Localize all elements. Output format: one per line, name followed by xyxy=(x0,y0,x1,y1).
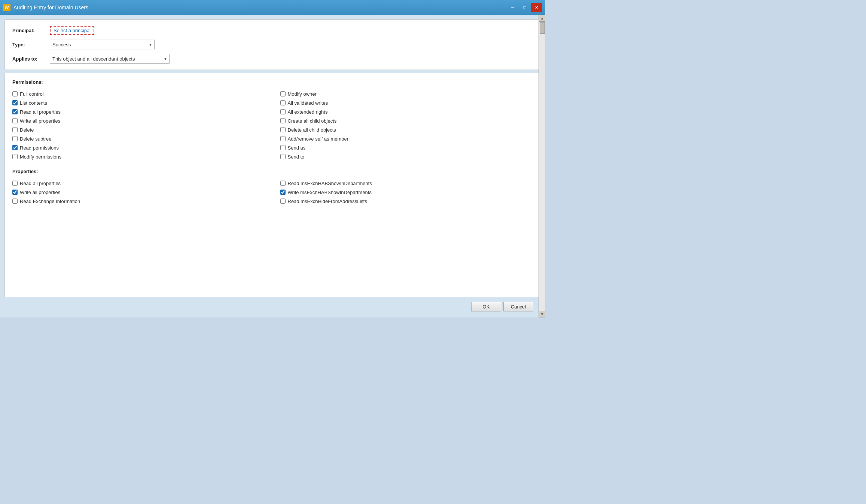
title-bar-left: W Auditing Entry for Domain Users xyxy=(3,4,88,11)
prop-read-msexch-hide-checkbox[interactable] xyxy=(280,199,286,204)
type-dropdown-wrapper: Success Failure All ▼ xyxy=(50,40,155,49)
close-button[interactable]: ✕ xyxy=(531,3,542,12)
read-permissions-checkbox[interactable] xyxy=(12,145,18,150)
scrollbar-up-button[interactable]: ▲ xyxy=(539,15,546,22)
prop-write-msexch-hab: Write msExchHABShowInDepartments xyxy=(280,188,533,197)
applies-to-label: Applies to: xyxy=(12,56,50,62)
prop-read-msexch-hab-label[interactable]: Read msExchHABShowInDepartments xyxy=(288,181,372,186)
title-bar-controls: ─ □ ✕ xyxy=(507,3,542,12)
send-to-checkbox[interactable] xyxy=(280,154,286,159)
type-row: Type: Success Failure All ▼ xyxy=(12,40,533,49)
perm-read-all-props: Read all properties xyxy=(12,107,265,116)
perm-delete: Delete xyxy=(12,125,265,134)
permissions-section-label: Permissions: xyxy=(12,79,533,85)
title-bar: W Auditing Entry for Domain Users ─ □ ✕ xyxy=(0,0,545,15)
prop-read-msexch-hide-label[interactable]: Read msExchHideFromAddressLists xyxy=(288,199,367,204)
send-as-checkbox[interactable] xyxy=(280,145,286,150)
create-all-child-label[interactable]: Create all child objects xyxy=(288,118,337,124)
delete-all-child-label[interactable]: Delete all child objects xyxy=(288,127,336,133)
prop-write-all: Write all properties xyxy=(12,188,265,197)
prop-write-all-checkbox[interactable] xyxy=(12,190,18,195)
add-remove-self-label[interactable]: Add/remove self as member xyxy=(288,136,349,142)
create-all-child-checkbox[interactable] xyxy=(280,118,286,123)
all-validated-writes-label[interactable]: All validated writes xyxy=(288,100,328,106)
prop-read-msexch-hab: Read msExchHABShowInDepartments xyxy=(280,179,533,188)
scrollbar-down-button[interactable]: ▼ xyxy=(539,311,546,317)
prop-write-all-label[interactable]: Write all properties xyxy=(20,190,60,195)
delete-checkbox[interactable] xyxy=(12,127,18,132)
prop-read-all: Read all properties xyxy=(12,179,265,188)
properties-grid: Read all properties Write all properties… xyxy=(12,179,533,206)
perm-all-validated-writes: All validated writes xyxy=(280,98,533,107)
principal-link[interactable]: Select a principal xyxy=(50,26,94,35)
scrollbar-thumb[interactable] xyxy=(540,22,545,34)
permissions-panel: Permissions: Full control List contents … xyxy=(4,73,541,297)
perm-modify-permissions: Modify permissions xyxy=(12,152,265,161)
applies-to-dropdown[interactable]: This object and all descendant objects T… xyxy=(50,54,170,64)
perm-send-as: Send as xyxy=(280,143,533,152)
delete-label[interactable]: Delete xyxy=(20,127,34,133)
read-all-props-checkbox[interactable] xyxy=(12,109,18,114)
add-remove-self-checkbox[interactable] xyxy=(280,136,286,141)
bottom-bar: OK Cancel xyxy=(4,300,541,313)
properties-section-label: Properties: xyxy=(12,169,533,174)
delete-subtree-checkbox[interactable] xyxy=(12,136,18,141)
read-all-props-label[interactable]: Read all properties xyxy=(20,109,61,115)
restore-button[interactable]: □ xyxy=(519,3,530,12)
main-content: Principal: Select a principal Type: Succ… xyxy=(0,15,545,317)
prop-read-exch-info-checkbox[interactable] xyxy=(12,199,18,204)
prop-read-exch-info: Read Exchange Information xyxy=(12,197,265,206)
minimize-button[interactable]: ─ xyxy=(507,3,518,12)
write-all-props-label[interactable]: Write all properties xyxy=(20,118,60,124)
type-dropdown[interactable]: Success Failure All xyxy=(50,40,155,49)
right-scrollbar: ▲ ▼ xyxy=(539,15,545,317)
perm-full-control: Full control xyxy=(12,89,265,98)
full-control-checkbox[interactable] xyxy=(12,91,18,96)
prop-write-msexch-hab-label[interactable]: Write msExchHABShowInDepartments xyxy=(288,190,372,195)
delete-subtree-label[interactable]: Delete subtree xyxy=(20,136,52,142)
write-all-props-checkbox[interactable] xyxy=(12,118,18,123)
modify-permissions-checkbox[interactable] xyxy=(12,154,18,159)
perm-send-to: Send to xyxy=(280,152,533,161)
all-extended-rights-checkbox[interactable] xyxy=(280,109,286,114)
cancel-button[interactable]: Cancel xyxy=(503,302,533,311)
read-permissions-label[interactable]: Read permissions xyxy=(20,145,59,151)
permissions-grid: Full control List contents Read all prop… xyxy=(12,89,533,161)
applies-to-dropdown-wrapper: This object and all descendant objects T… xyxy=(50,54,170,64)
modify-owner-label[interactable]: Modify owner xyxy=(288,91,317,97)
ok-button[interactable]: OK xyxy=(471,302,501,311)
permissions-right-col: Modify owner All validated writes All ex… xyxy=(280,89,533,161)
list-contents-checkbox[interactable] xyxy=(12,100,18,105)
applies-to-row: Applies to: This object and all descenda… xyxy=(12,54,533,64)
properties-section: Properties: Read all properties Write al… xyxy=(12,169,533,206)
prop-read-all-label[interactable]: Read all properties xyxy=(20,181,61,186)
top-panel: Principal: Select a principal Type: Succ… xyxy=(4,19,541,70)
principal-label: Principal: xyxy=(12,28,50,33)
prop-read-exch-info-label[interactable]: Read Exchange Information xyxy=(20,199,80,204)
prop-read-all-checkbox[interactable] xyxy=(12,181,18,186)
modify-owner-checkbox[interactable] xyxy=(280,91,286,96)
perm-read-permissions: Read permissions xyxy=(12,143,265,152)
send-to-label[interactable]: Send to xyxy=(288,154,305,160)
delete-all-child-checkbox[interactable] xyxy=(280,127,286,132)
prop-read-msexch-hide: Read msExchHideFromAddressLists xyxy=(280,197,533,206)
principal-row: Principal: Select a principal xyxy=(12,26,533,35)
full-control-label[interactable]: Full control xyxy=(20,91,44,97)
perm-delete-subtree: Delete subtree xyxy=(12,134,265,143)
send-as-label[interactable]: Send as xyxy=(288,145,306,151)
prop-write-msexch-hab-checkbox[interactable] xyxy=(280,190,286,195)
perm-all-extended-rights: All extended rights xyxy=(280,107,533,116)
window-title: Auditing Entry for Domain Users xyxy=(13,4,88,10)
list-contents-label[interactable]: List contents xyxy=(20,100,47,106)
modify-permissions-label[interactable]: Modify permissions xyxy=(20,154,61,160)
all-validated-writes-checkbox[interactable] xyxy=(280,100,286,105)
perm-add-remove-self: Add/remove self as member xyxy=(280,134,533,143)
perm-delete-all-child: Delete all child objects xyxy=(280,125,533,134)
perm-modify-owner: Modify owner xyxy=(280,89,533,98)
perm-create-all-child: Create all child objects xyxy=(280,116,533,125)
perm-write-all-props: Write all properties xyxy=(12,116,265,125)
permissions-left-col: Full control List contents Read all prop… xyxy=(12,89,265,161)
prop-read-msexch-hab-checkbox[interactable] xyxy=(280,181,286,186)
properties-left-col: Read all properties Write all properties… xyxy=(12,179,265,206)
all-extended-rights-label[interactable]: All extended rights xyxy=(288,109,328,115)
